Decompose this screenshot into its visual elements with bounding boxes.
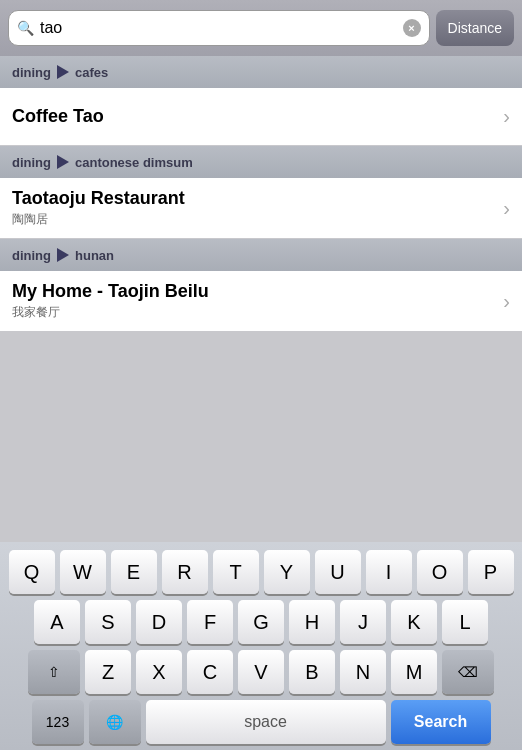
keyboard: Q W E R T Y U I O P A S D F G H J K L ⇧ … <box>0 542 522 750</box>
key-x[interactable]: X <box>136 650 182 694</box>
key-s[interactable]: S <box>85 600 131 644</box>
category-label-dining-1: dining <box>12 65 51 80</box>
play-icon-1 <box>57 65 69 79</box>
key-e[interactable]: E <box>111 550 157 594</box>
category-label-dining-2: dining <box>12 155 51 170</box>
result-myhome[interactable]: My Home - Taojin Beilu 我家餐厅 › <box>0 271 522 332</box>
play-icon-3 <box>57 248 69 262</box>
search-icon: 🔍 <box>17 20 34 36</box>
search-bar: 🔍 × Distance <box>0 0 522 56</box>
key-v[interactable]: V <box>238 650 284 694</box>
result-sub-taotaoju: 陶陶居 <box>12 211 185 228</box>
search-input-wrapper: 🔍 × <box>8 10 430 46</box>
key-n[interactable]: N <box>340 650 386 694</box>
numbers-key[interactable]: 123 <box>32 700 84 744</box>
key-k[interactable]: K <box>391 600 437 644</box>
key-i[interactable]: I <box>366 550 412 594</box>
keyboard-row-4: 123 🌐 space Search <box>3 700 519 744</box>
keyboard-row-3: ⇧ Z X C V B N M ⌫ <box>3 650 519 694</box>
result-taotaoju[interactable]: Taotaoju Restaurant 陶陶居 › <box>0 178 522 239</box>
shift-key[interactable]: ⇧ <box>28 650 80 694</box>
results-list: dining cafes Coffee Tao › dining cantone… <box>0 56 522 332</box>
globe-key[interactable]: 🌐 <box>89 700 141 744</box>
result-sub-myhome: 我家餐厅 <box>12 304 209 321</box>
key-d[interactable]: D <box>136 600 182 644</box>
category-label-dining-3: dining <box>12 248 51 263</box>
key-b[interactable]: B <box>289 650 335 694</box>
chevron-icon-3: › <box>503 290 510 313</box>
category-sublabel-cafes: cafes <box>75 65 108 80</box>
key-u[interactable]: U <box>315 550 361 594</box>
category-sublabel-dimsum: cantonese dimsum <box>75 155 193 170</box>
space-key[interactable]: space <box>146 700 386 744</box>
key-o[interactable]: O <box>417 550 463 594</box>
result-name-taotaoju: Taotaoju Restaurant <box>12 188 185 209</box>
chevron-icon-1: › <box>503 105 510 128</box>
category-row-cafes: dining cafes <box>0 56 522 88</box>
key-p[interactable]: P <box>468 550 514 594</box>
key-f[interactable]: F <box>187 600 233 644</box>
chevron-icon-2: › <box>503 197 510 220</box>
key-g[interactable]: G <box>238 600 284 644</box>
search-key[interactable]: Search <box>391 700 491 744</box>
key-t[interactable]: T <box>213 550 259 594</box>
play-icon-2 <box>57 155 69 169</box>
delete-key[interactable]: ⌫ <box>442 650 494 694</box>
key-j[interactable]: J <box>340 600 386 644</box>
key-m[interactable]: M <box>391 650 437 694</box>
result-coffee-tao[interactable]: Coffee Tao › <box>0 88 522 146</box>
category-row-dimsum: dining cantonese dimsum <box>0 146 522 178</box>
key-l[interactable]: L <box>442 600 488 644</box>
clear-button[interactable]: × <box>403 19 421 37</box>
key-q[interactable]: Q <box>9 550 55 594</box>
key-r[interactable]: R <box>162 550 208 594</box>
keyboard-row-1: Q W E R T Y U I O P <box>3 550 519 594</box>
key-w[interactable]: W <box>60 550 106 594</box>
keyboard-row-2: A S D F G H J K L <box>3 600 519 644</box>
search-input[interactable] <box>40 19 403 37</box>
result-name-coffee-tao: Coffee Tao <box>12 106 104 127</box>
key-y[interactable]: Y <box>264 550 310 594</box>
key-a[interactable]: A <box>34 600 80 644</box>
key-c[interactable]: C <box>187 650 233 694</box>
category-row-hunan: dining hunan <box>0 239 522 271</box>
result-name-myhome: My Home - Taojin Beilu <box>12 281 209 302</box>
distance-button[interactable]: Distance <box>436 10 514 46</box>
key-h[interactable]: H <box>289 600 335 644</box>
category-sublabel-hunan: hunan <box>75 248 114 263</box>
key-z[interactable]: Z <box>85 650 131 694</box>
